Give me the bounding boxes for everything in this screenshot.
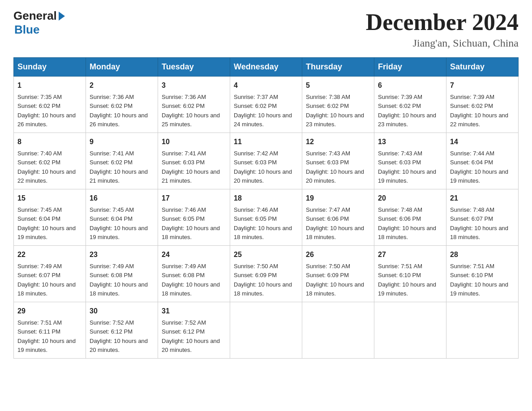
cell-info: Sunrise: 7:43 AMSunset: 6:03 PMDaylight:… <box>378 150 436 184</box>
day-number: 23 <box>90 249 154 260</box>
calendar-cell: 8 Sunrise: 7:40 AMSunset: 6:02 PMDayligh… <box>14 133 86 189</box>
day-number: 18 <box>234 193 298 204</box>
day-number: 1 <box>17 80 82 91</box>
header-thursday: Thursday <box>302 58 374 77</box>
calendar-table: Sunday Monday Tuesday Wednesday Thursday… <box>13 57 519 359</box>
calendar-cell: 5 Sunrise: 7:38 AMSunset: 6:02 PMDayligh… <box>302 77 374 133</box>
day-number: 25 <box>234 249 298 260</box>
calendar-cell: 21 Sunrise: 7:48 AMSunset: 6:07 PMDaylig… <box>446 189 519 246</box>
cell-info: Sunrise: 7:38 AMSunset: 6:02 PMDaylight:… <box>306 94 364 128</box>
location-subtitle: Jiang'an, Sichuan, China <box>366 37 519 49</box>
day-number: 19 <box>306 193 370 204</box>
header-friday: Friday <box>374 58 446 77</box>
calendar-cell: 22 Sunrise: 7:49 AMSunset: 6:07 PMDaylig… <box>14 246 86 302</box>
calendar-cell: 20 Sunrise: 7:48 AMSunset: 6:06 PMDaylig… <box>374 189 446 246</box>
cell-info: Sunrise: 7:52 AMSunset: 6:12 PMDaylight:… <box>162 319 220 353</box>
calendar-cell: 27 Sunrise: 7:51 AMSunset: 6:10 PMDaylig… <box>374 246 446 302</box>
calendar-cell: 13 Sunrise: 7:43 AMSunset: 6:03 PMDaylig… <box>374 133 446 189</box>
calendar-week-4: 22 Sunrise: 7:49 AMSunset: 6:07 PMDaylig… <box>14 246 519 302</box>
cell-info: Sunrise: 7:39 AMSunset: 6:02 PMDaylight:… <box>450 94 508 128</box>
calendar-week-5: 29 Sunrise: 7:51 AMSunset: 6:11 PMDaylig… <box>14 302 519 359</box>
days-of-week-row: Sunday Monday Tuesday Wednesday Thursday… <box>14 58 519 77</box>
header-wednesday: Wednesday <box>230 58 302 77</box>
day-number: 14 <box>450 137 515 147</box>
cell-info: Sunrise: 7:43 AMSunset: 6:03 PMDaylight:… <box>306 150 364 184</box>
calendar-cell: 3 Sunrise: 7:36 AMSunset: 6:02 PMDayligh… <box>158 77 230 133</box>
calendar-cell: 29 Sunrise: 7:51 AMSunset: 6:11 PMDaylig… <box>14 302 86 359</box>
cell-info: Sunrise: 7:50 AMSunset: 6:09 PMDaylight:… <box>234 263 292 297</box>
logo-arrow-icon <box>59 12 65 21</box>
day-number: 13 <box>378 137 442 147</box>
day-number: 10 <box>162 137 226 147</box>
calendar-cell: 7 Sunrise: 7:39 AMSunset: 6:02 PMDayligh… <box>446 77 519 133</box>
cell-info: Sunrise: 7:39 AMSunset: 6:02 PMDaylight:… <box>378 94 436 128</box>
day-number: 22 <box>17 249 82 260</box>
calendar-cell: 25 Sunrise: 7:50 AMSunset: 6:09 PMDaylig… <box>230 246 302 302</box>
day-number: 31 <box>162 306 226 317</box>
day-number: 24 <box>162 249 226 260</box>
cell-info: Sunrise: 7:45 AMSunset: 6:04 PMDaylight:… <box>90 206 148 240</box>
cell-info: Sunrise: 7:36 AMSunset: 6:02 PMDaylight:… <box>162 94 220 128</box>
calendar-cell: 24 Sunrise: 7:49 AMSunset: 6:08 PMDaylig… <box>158 246 230 302</box>
calendar-cell: 9 Sunrise: 7:41 AMSunset: 6:02 PMDayligh… <box>86 133 158 189</box>
cell-info: Sunrise: 7:35 AMSunset: 6:02 PMDaylight:… <box>17 94 76 128</box>
cell-info: Sunrise: 7:51 AMSunset: 6:11 PMDaylight:… <box>17 319 76 353</box>
day-number: 7 <box>450 80 515 91</box>
cell-info: Sunrise: 7:51 AMSunset: 6:10 PMDaylight:… <box>450 263 508 297</box>
calendar-cell: 18 Sunrise: 7:46 AMSunset: 6:05 PMDaylig… <box>230 189 302 246</box>
cell-info: Sunrise: 7:49 AMSunset: 6:07 PMDaylight:… <box>17 263 76 297</box>
cell-info: Sunrise: 7:46 AMSunset: 6:05 PMDaylight:… <box>234 206 292 240</box>
day-number: 8 <box>17 137 82 147</box>
calendar-cell: 10 Sunrise: 7:41 AMSunset: 6:03 PMDaylig… <box>158 133 230 189</box>
calendar-week-2: 8 Sunrise: 7:40 AMSunset: 6:02 PMDayligh… <box>14 133 519 189</box>
calendar-cell <box>446 302 519 359</box>
cell-info: Sunrise: 7:41 AMSunset: 6:02 PMDaylight:… <box>90 150 148 184</box>
calendar-cell <box>230 302 302 359</box>
cell-info: Sunrise: 7:52 AMSunset: 6:12 PMDaylight:… <box>90 319 148 353</box>
cell-info: Sunrise: 7:48 AMSunset: 6:06 PMDaylight:… <box>378 206 436 240</box>
calendar-cell: 28 Sunrise: 7:51 AMSunset: 6:10 PMDaylig… <box>446 246 519 302</box>
cell-info: Sunrise: 7:49 AMSunset: 6:08 PMDaylight:… <box>90 263 148 297</box>
day-number: 27 <box>378 249 442 260</box>
calendar-cell <box>374 302 446 359</box>
calendar-week-3: 15 Sunrise: 7:45 AMSunset: 6:04 PMDaylig… <box>14 189 519 246</box>
calendar-title-block: December 2024 Jiang'an, Sichuan, China <box>366 9 519 49</box>
day-number: 30 <box>90 306 154 317</box>
cell-info: Sunrise: 7:49 AMSunset: 6:08 PMDaylight:… <box>162 263 220 297</box>
day-number: 20 <box>378 193 442 204</box>
calendar-cell: 30 Sunrise: 7:52 AMSunset: 6:12 PMDaylig… <box>86 302 158 359</box>
day-number: 29 <box>17 306 82 317</box>
header-tuesday: Tuesday <box>158 58 230 77</box>
day-number: 3 <box>162 80 226 91</box>
cell-info: Sunrise: 7:44 AMSunset: 6:04 PMDaylight:… <box>450 150 508 184</box>
calendar-cell: 12 Sunrise: 7:43 AMSunset: 6:03 PMDaylig… <box>302 133 374 189</box>
logo: General Blue <box>13 9 65 37</box>
cell-info: Sunrise: 7:45 AMSunset: 6:04 PMDaylight:… <box>17 206 76 240</box>
calendar-header: Sunday Monday Tuesday Wednesday Thursday… <box>14 58 519 77</box>
calendar-cell: 23 Sunrise: 7:49 AMSunset: 6:08 PMDaylig… <box>86 246 158 302</box>
cell-info: Sunrise: 7:50 AMSunset: 6:09 PMDaylight:… <box>306 263 364 297</box>
logo-general-text: General <box>13 9 57 23</box>
cell-info: Sunrise: 7:51 AMSunset: 6:10 PMDaylight:… <box>378 263 436 297</box>
day-number: 6 <box>378 80 442 91</box>
cell-info: Sunrise: 7:36 AMSunset: 6:02 PMDaylight:… <box>90 94 148 128</box>
cell-info: Sunrise: 7:37 AMSunset: 6:02 PMDaylight:… <box>234 94 292 128</box>
day-number: 12 <box>306 137 370 147</box>
page-header: General Blue December 2024 Jiang'an, Sic… <box>13 9 519 49</box>
calendar-cell: 31 Sunrise: 7:52 AMSunset: 6:12 PMDaylig… <box>158 302 230 359</box>
calendar-cell: 4 Sunrise: 7:37 AMSunset: 6:02 PMDayligh… <box>230 77 302 133</box>
calendar-week-1: 1 Sunrise: 7:35 AMSunset: 6:02 PMDayligh… <box>14 77 519 133</box>
header-sunday: Sunday <box>14 58 86 77</box>
calendar-cell: 14 Sunrise: 7:44 AMSunset: 6:04 PMDaylig… <box>446 133 519 189</box>
cell-info: Sunrise: 7:42 AMSunset: 6:03 PMDaylight:… <box>234 150 292 184</box>
calendar-cell: 16 Sunrise: 7:45 AMSunset: 6:04 PMDaylig… <box>86 189 158 246</box>
day-number: 4 <box>234 80 298 91</box>
header-saturday: Saturday <box>446 58 519 77</box>
calendar-cell: 17 Sunrise: 7:46 AMSunset: 6:05 PMDaylig… <box>158 189 230 246</box>
day-number: 2 <box>90 80 154 91</box>
month-year-title: December 2024 <box>366 9 519 35</box>
calendar-cell <box>302 302 374 359</box>
logo-blue-text: Blue <box>14 23 65 37</box>
day-number: 17 <box>162 193 226 204</box>
cell-info: Sunrise: 7:47 AMSunset: 6:06 PMDaylight:… <box>306 206 364 240</box>
